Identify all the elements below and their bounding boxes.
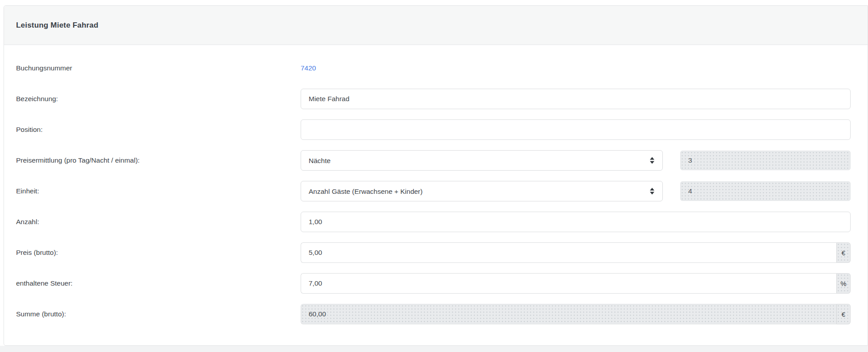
preisermittlung-select-wrap: Nächte xyxy=(301,150,663,171)
buchungsnummer-control: 7420 xyxy=(301,64,851,72)
position-input[interactable] xyxy=(301,119,851,140)
anzahl-input[interactable] xyxy=(301,212,851,232)
steuer-input-group: % xyxy=(301,273,851,294)
form-row-einheit: Einheit: Anzahl Gäste (Erwachsene + Kind… xyxy=(16,181,851,201)
summe-brutto-control: € xyxy=(301,304,851,324)
form-row-position: Position: xyxy=(16,119,851,140)
page-background-strip xyxy=(0,346,868,352)
euro-suffix-addon: € xyxy=(836,242,851,263)
einheit-label: Einheit: xyxy=(16,187,301,195)
summe-brutto-label: Summe (brutto): xyxy=(16,310,301,318)
form-row-preisermittlung: Preisermittlung (pro Tag/Nacht / einmal)… xyxy=(16,150,851,171)
steuer-label: enthaltene Steuer: xyxy=(16,279,301,287)
steuer-control: % xyxy=(301,273,851,294)
position-label: Position: xyxy=(16,126,301,134)
steuer-input[interactable] xyxy=(301,273,836,294)
preis-brutto-input[interactable] xyxy=(301,242,836,263)
buchungsnummer-label: Buchungsnummer xyxy=(16,64,301,72)
percent-suffix-addon: % xyxy=(836,273,851,294)
card-title: Leistung Miete Fahrad xyxy=(16,21,99,30)
form-row-preis-brutto: Preis (brutto): € xyxy=(16,242,851,263)
summe-brutto-input-group: € xyxy=(301,304,851,324)
anzahl-control xyxy=(301,212,851,232)
form-row-buchungsnummer: Buchungsnummer 7420 xyxy=(16,58,851,78)
card-header: Leistung Miete Fahrad xyxy=(4,6,868,45)
form-row-anzahl: Anzahl: xyxy=(16,212,851,232)
preis-brutto-control: € xyxy=(301,242,851,263)
position-control xyxy=(301,119,851,140)
einheit-aux-input xyxy=(680,181,851,201)
form-row-summe-brutto: Summe (brutto): € xyxy=(16,304,851,324)
buchungsnummer-link[interactable]: 7420 xyxy=(301,64,316,72)
preisermittlung-control: Nächte xyxy=(301,150,851,171)
euro-suffix-addon: € xyxy=(836,304,851,324)
preisermittlung-aux-input xyxy=(680,151,851,170)
form-row-steuer: enthaltene Steuer: % xyxy=(16,273,851,294)
summe-brutto-input xyxy=(301,304,836,324)
einheit-select-wrap: Anzahl Gäste (Erwachsene + Kinder) xyxy=(301,181,663,201)
preisermittlung-label: Preisermittlung (pro Tag/Nacht / einmal)… xyxy=(16,156,301,164)
card-body: Buchungsnummer 7420 Bezeichnung: Positio… xyxy=(4,45,868,324)
form-row-bezeichnung: Bezeichnung: xyxy=(16,89,851,109)
preis-brutto-label: Preis (brutto): xyxy=(16,249,301,257)
einheit-select[interactable]: Anzahl Gäste (Erwachsene + Kinder) xyxy=(301,181,663,201)
leistung-card: Leistung Miete Fahrad Buchungsnummer 742… xyxy=(4,5,868,346)
bezeichnung-input[interactable] xyxy=(301,89,851,109)
bezeichnung-label: Bezeichnung: xyxy=(16,95,301,103)
einheit-control: Anzahl Gäste (Erwachsene + Kinder) xyxy=(301,181,851,201)
preisermittlung-select[interactable]: Nächte xyxy=(301,150,663,171)
anzahl-label: Anzahl: xyxy=(16,218,301,226)
bezeichnung-control xyxy=(301,89,851,109)
preis-brutto-input-group: € xyxy=(301,242,851,263)
